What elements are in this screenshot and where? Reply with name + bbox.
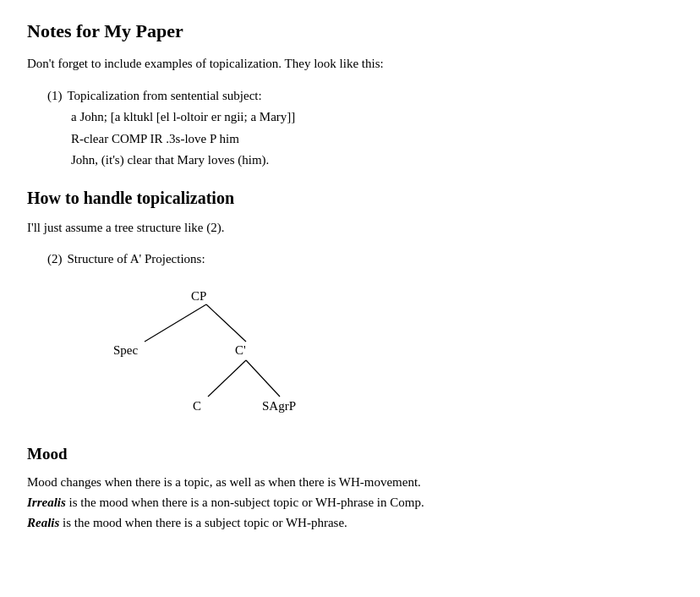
example-1-header: (1) Topicalization from sentential subje… <box>47 85 673 107</box>
example-2-number: (2) <box>47 249 63 271</box>
example-2-block: (2) Structure of A' Projections: CP Spec… <box>47 249 673 428</box>
svg-line-3 <box>246 360 280 397</box>
mood-para1-text: Mood changes when there is a topic, as w… <box>27 475 421 489</box>
example-1-translation: John, (it's) clear that Mary loves (him)… <box>71 150 673 172</box>
intro-text: Don't forget to include examples of topi… <box>27 54 673 74</box>
svg-line-1 <box>206 304 246 342</box>
example-1-label: Topicalization from sentential subject: <box>68 85 262 107</box>
irrealis-label: Irrealis <box>27 496 66 509</box>
mood-para-2: Irrealis is the mood when there is a non… <box>27 492 673 512</box>
realis-desc: is the mood when there is a subject topi… <box>63 516 347 529</box>
page-title: Notes for My Paper <box>27 20 673 42</box>
tree-diagram: CP Spec C' C SAgrP <box>98 284 318 428</box>
example-1-gloss2: R-clear COMP IR .3s-love P him <box>71 129 673 151</box>
tree-node-cprime: C' <box>235 343 246 358</box>
example-2-header: (2) Structure of A' Projections: <box>47 249 673 271</box>
svg-line-0 <box>145 304 206 342</box>
mood-para-1: Mood changes when there is a topic, as w… <box>27 472 673 492</box>
example-1-gloss1: a John; [a kltukl [el l-oltoir er ngii; … <box>71 107 673 129</box>
irrealis-desc: is the mood when there is a non-subject … <box>69 496 424 509</box>
mood-para-3: Realis is the mood when there is a subje… <box>27 512 673 533</box>
tree-node-cp: CP <box>191 289 206 304</box>
section1-heading: How to handle topicalization <box>27 189 673 208</box>
realis-label: Realis <box>27 516 59 529</box>
example-1-block: (1) Topicalization from sentential subje… <box>47 85 673 172</box>
svg-line-2 <box>208 360 246 397</box>
example-1-number: (1) <box>47 85 63 107</box>
section1-text: I'll just assume a tree structure like (… <box>27 218 673 238</box>
example-2-label: Structure of A' Projections: <box>68 249 205 271</box>
tree-node-sagrp: SAgrP <box>262 399 296 414</box>
tree-node-c: C <box>193 399 201 414</box>
mood-heading: Mood <box>27 445 673 463</box>
tree-node-spec: Spec <box>113 343 138 358</box>
mood-section: Mood Mood changes when there is a topic,… <box>27 445 673 533</box>
